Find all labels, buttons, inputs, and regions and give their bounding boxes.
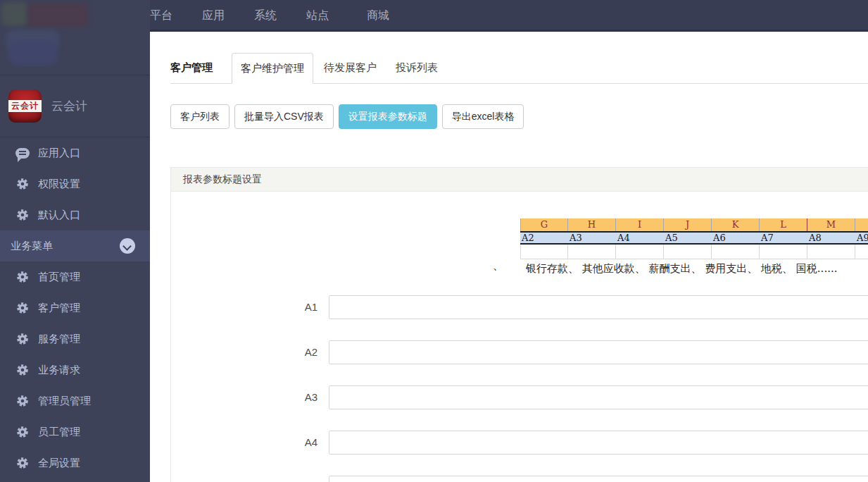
param-input-a1[interactable]: [329, 295, 868, 319]
excel-cell: A7: [760, 233, 807, 243]
excel-hint-text: 银行存款、 其他应收款、 薪酬支出、 费用支出、 地税、 国税......: [520, 259, 868, 276]
sidebar-item-global-settings[interactable]: 全局设置: [0, 447, 150, 478]
nav-item-system[interactable]: 系统: [254, 8, 277, 23]
nav-item-mall[interactable]: 商城: [367, 8, 389, 23]
excel-hint-fragment: 、: [493, 259, 503, 273]
chevron-down-icon[interactable]: [120, 238, 135, 254]
blurred-block: [28, 3, 88, 27]
tab-bar: 客户管理 客户维护管理 待发展客户 投诉列表: [170, 53, 868, 84]
param-label-a5: A5: [171, 476, 317, 482]
excel-preview-image: G H I J K L M N A2 A3 A4 A5 A6 A7 A8: [520, 218, 868, 276]
excel-empty-row: [520, 245, 868, 259]
excel-cell: A2: [520, 233, 568, 243]
excel-column-header: L: [760, 218, 807, 231]
param-input-a4[interactable]: [329, 431, 868, 455]
blurred-block: [1, 2, 28, 26]
gear-icon: [15, 456, 30, 470]
panel-body: G H I J K L M N A2 A3 A4 A5 A6 A7 A8: [171, 192, 868, 482]
sidebar-item-customer-management[interactable]: 客户管理: [0, 292, 150, 323]
top-nav-menu: 平台 应用 系统 站点 商城: [150, 0, 389, 32]
page-title: 客户管理: [170, 53, 213, 83]
nav-item-platform[interactable]: 平台: [150, 8, 172, 23]
sidebar-item-app-entry[interactable]: 应用入口: [0, 137, 150, 168]
excel-column-header: M: [807, 218, 855, 231]
excel-column-header: N: [855, 218, 868, 231]
nav-item-site[interactable]: 站点: [306, 8, 329, 23]
excel-column-header-row: G H I J K L M N: [520, 218, 868, 231]
excel-cell: A6: [712, 233, 760, 243]
sidebar-item-business-request[interactable]: 业务请求: [0, 354, 150, 385]
excel-cell: A4: [616, 233, 664, 243]
tab-prospective-customers[interactable]: 待发展客户: [315, 53, 385, 83]
excel-column-header: I: [616, 218, 664, 231]
panel-title: 报表参数标题设置: [171, 168, 868, 192]
import-csv-button[interactable]: 批量导入CSV报表: [234, 104, 334, 129]
brand-name: 云会计: [51, 98, 87, 114]
excel-column-header: K: [712, 218, 760, 231]
sidebar: 云会计 云会计 应用入口 权限设置: [0, 0, 150, 482]
blurred-block: [8, 41, 58, 65]
excel-column-header: J: [664, 218, 712, 231]
param-label-a1: A1: [171, 295, 317, 319]
sidebar-section-business-menu[interactable]: 业务菜单: [0, 230, 150, 261]
export-excel-button[interactable]: 导出excel表格: [442, 104, 524, 129]
excel-cell: A9: [855, 233, 868, 243]
excel-value-row: A2 A3 A4 A5 A6 A7 A8 A9: [520, 231, 868, 245]
sidebar-item-default-entry[interactable]: 默认入口: [0, 199, 150, 230]
param-label-a3: A3: [171, 385, 317, 409]
excel-column-header: H: [568, 218, 616, 231]
tab-customer-maintenance[interactable]: 客户维护管理: [232, 53, 313, 84]
excel-column-header: G: [520, 218, 568, 231]
excel-cell: A3: [568, 233, 616, 243]
sidebar-item-service-management[interactable]: 服务管理: [0, 323, 150, 354]
param-input-a2[interactable]: [329, 340, 868, 364]
gear-icon: [15, 394, 30, 408]
main-content: 客户管理 客户维护管理 待发展客户 投诉列表 客户列表 批量导入CSV报表 设置…: [150, 34, 868, 482]
brand-app-icon: 云会计: [8, 89, 42, 123]
sidebar-item-home-management[interactable]: 首页管理: [0, 261, 150, 292]
comment-icon: [15, 146, 30, 160]
gear-icon: [15, 301, 30, 315]
sidebar-menu: 应用入口 权限设置 默认入口 业务菜单: [0, 137, 150, 478]
excel-cell: A5: [664, 233, 712, 243]
gear-icon: [15, 270, 30, 284]
toolbar: 客户列表 批量导入CSV报表 设置报表参数标题 导出excel表格: [170, 104, 524, 129]
gear-icon: [15, 208, 30, 222]
param-label-a4: A4: [171, 431, 317, 455]
tab-complaint-list[interactable]: 投诉列表: [387, 53, 446, 83]
report-params-panel: 报表参数标题设置 G H I J K L M N A2 A3 A4: [170, 167, 868, 482]
sidebar-item-permission-settings[interactable]: 权限设置: [0, 168, 150, 199]
gear-icon: [15, 332, 30, 346]
sidebar-item-staff-management[interactable]: 员工管理: [0, 416, 150, 447]
sidebar-item-admin-management[interactable]: 管理员管理: [0, 385, 150, 416]
brand-icon-text: 云会计: [8, 100, 42, 112]
gear-icon: [15, 363, 30, 377]
set-report-params-button[interactable]: 设置报表参数标题: [339, 104, 437, 129]
param-input-a3[interactable]: [329, 385, 868, 409]
customer-list-button[interactable]: 客户列表: [170, 104, 229, 129]
brand-block: 云会计 云会计: [0, 75, 150, 137]
excel-cell: A8: [807, 233, 855, 243]
param-label-a2: A2: [171, 340, 317, 364]
param-input-a5[interactable]: [329, 476, 868, 482]
gear-icon: [15, 425, 30, 439]
sidebar-redacted-logo-area: [0, 0, 150, 75]
nav-item-apps[interactable]: 应用: [202, 8, 225, 23]
gear-icon: [15, 177, 30, 191]
